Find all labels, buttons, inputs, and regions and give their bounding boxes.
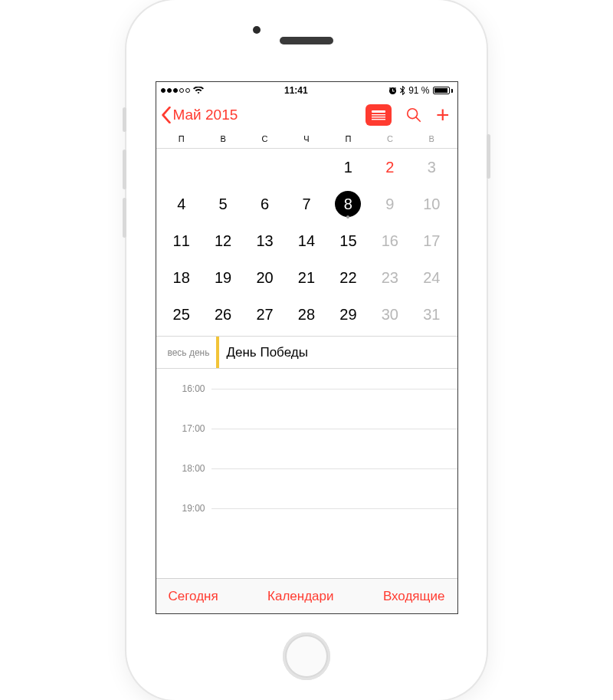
speaker-grille: [280, 37, 333, 44]
day-cell-empty: [202, 150, 244, 184]
status-bar: 11:41 91 %: [156, 82, 457, 99]
wifi-icon: [193, 87, 204, 94]
day-cell[interactable]: 6: [244, 187, 285, 221]
day-cell[interactable]: 16: [369, 224, 411, 258]
day-cell-empty: [286, 150, 327, 184]
day-cell[interactable]: 28: [286, 297, 327, 331]
hour-slot[interactable]: 19:00: [156, 508, 457, 548]
day-cell[interactable]: 22: [327, 261, 369, 294]
alarm-icon: [388, 87, 397, 95]
day-cell[interactable]: 18: [161, 261, 202, 294]
inbox-button[interactable]: Входящие: [383, 589, 445, 604]
day-cell[interactable]: 24: [411, 261, 452, 294]
day-cell[interactable]: 20: [244, 261, 285, 294]
mute-switch: [123, 107, 126, 132]
screen: 11:41 91 % Май 2015: [156, 81, 458, 614]
day-cell[interactable]: 12: [202, 224, 244, 258]
svg-rect-3: [372, 119, 385, 120]
volume-up-btn: [123, 150, 126, 189]
day-cell[interactable]: 11: [161, 224, 202, 258]
event-title: День Победы: [227, 345, 308, 360]
weekday-label: С: [369, 134, 411, 143]
day-timeline[interactable]: 16:0017:0018:0019:00: [156, 369, 457, 578]
weekday-header: ПВСЧПСВ: [156, 134, 457, 149]
bottom-toolbar: Сегодня Календари Входящие: [156, 578, 457, 613]
weekday-label: В: [411, 134, 452, 143]
phone-frame: 11:41 91 % Май 2015: [126, 0, 487, 700]
view-toggle-button[interactable]: [366, 104, 392, 126]
nav-bar: Май 2015 +: [156, 99, 457, 134]
day-cell[interactable]: 3: [411, 150, 452, 184]
list-view-icon: [371, 110, 386, 120]
search-button[interactable]: [405, 107, 422, 123]
day-cell[interactable]: 26: [202, 297, 244, 331]
weekday-label: Ч: [286, 134, 327, 143]
chevron-left-icon: [161, 107, 172, 123]
status-time: 11:41: [284, 85, 308, 96]
calendars-button[interactable]: Календари: [267, 589, 333, 604]
weekday-label: В: [202, 134, 244, 143]
weekday-label: П: [327, 134, 369, 143]
day-cell[interactable]: 29: [327, 297, 369, 331]
all-day-row: весь день День Победы: [156, 337, 457, 369]
weekday-label: П: [161, 134, 202, 143]
day-cell[interactable]: 9: [369, 187, 411, 221]
home-button[interactable]: [283, 633, 330, 680]
svg-line-5: [416, 117, 420, 121]
day-cell[interactable]: 21: [286, 261, 327, 294]
day-cell[interactable]: 14: [286, 224, 327, 258]
day-cell[interactable]: 2: [369, 150, 411, 184]
power-btn: [487, 134, 490, 179]
today-button[interactable]: Сегодня: [169, 589, 218, 604]
day-cell[interactable]: 4: [161, 187, 202, 221]
day-cell[interactable]: 7: [286, 187, 327, 221]
signal-dots-icon: [161, 88, 190, 93]
hour-label: 16:00: [156, 383, 205, 394]
all-day-event[interactable]: День Победы: [216, 337, 457, 368]
day-cell[interactable]: 10: [411, 187, 452, 221]
add-button[interactable]: +: [436, 104, 450, 127]
day-cell[interactable]: 31: [411, 297, 452, 331]
hour-label: 17:00: [156, 423, 205, 434]
svg-rect-1: [372, 114, 385, 115]
day-cell[interactable]: 25: [161, 297, 202, 331]
day-cell[interactable]: 8: [327, 187, 369, 221]
svg-rect-0: [372, 110, 385, 113]
day-cell[interactable]: 19: [202, 261, 244, 294]
back-button[interactable]: Май 2015: [161, 107, 238, 123]
hour-label: 18:00: [156, 463, 205, 474]
day-cell[interactable]: 17: [411, 224, 452, 258]
day-cell[interactable]: 27: [244, 297, 285, 331]
weekday-label: С: [244, 134, 285, 143]
day-cell-empty: [161, 150, 202, 184]
battery-icon: [433, 87, 453, 94]
day-cell-empty: [244, 150, 285, 184]
day-cell[interactable]: 30: [369, 297, 411, 331]
search-icon: [405, 107, 422, 123]
day-cell[interactable]: 13: [244, 224, 285, 258]
day-cell[interactable]: 15: [327, 224, 369, 258]
day-cell[interactable]: 1: [327, 150, 369, 184]
all-day-label: весь день: [156, 337, 216, 368]
day-cell[interactable]: 23: [369, 261, 411, 294]
back-label: Май 2015: [173, 107, 238, 123]
volume-down-btn: [123, 198, 126, 238]
battery-pct: 91 %: [408, 85, 429, 96]
hour-label: 19:00: [156, 503, 205, 514]
month-grid: 1234567891011121314151617181920212223242…: [156, 149, 457, 337]
bluetooth-icon: [400, 86, 405, 95]
day-cell[interactable]: 5: [202, 187, 244, 221]
plus-icon: +: [436, 102, 450, 127]
svg-rect-2: [372, 117, 385, 117]
